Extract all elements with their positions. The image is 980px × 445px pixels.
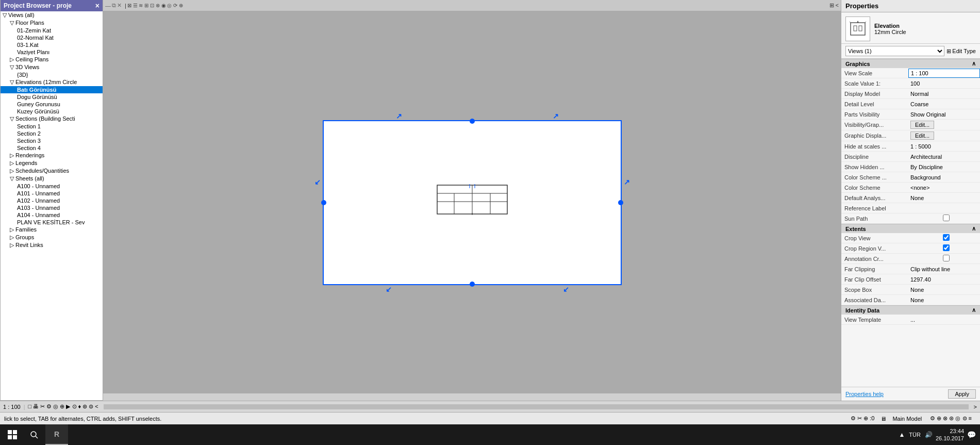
prop-checkbox[interactable] (912, 244, 980, 251)
tree-item[interactable]: ▽ 3D Views (1, 63, 103, 71)
prop-label: Associated Da... (841, 296, 908, 304)
tree-item[interactable]: 03-1.Kat (1, 41, 103, 48)
arrow-handle-top-left[interactable]: ↗ (396, 112, 402, 120)
tree-item[interactable]: Section 2 (1, 130, 103, 137)
tree-item[interactable]: Guney Gorunusu (1, 101, 103, 108)
props-row: Far ClippingClip without line (841, 264, 980, 274)
view-controls[interactable]: ⊠ ☰ ≋ ⊞ ⊡ ⊗ ◉ ◎ ⟳ ⊕ (127, 3, 183, 8)
tree-item[interactable]: ▷ Revit Links (1, 241, 103, 249)
prop-edit-button[interactable]: Edit... (910, 131, 934, 140)
toolbar-close-icon[interactable]: ✕ (117, 2, 122, 9)
tree-item[interactable]: {3D} (1, 71, 103, 78)
prop-checkbox[interactable] (912, 255, 980, 261)
handle-top-middle[interactable] (470, 119, 475, 124)
tree-item[interactable]: ▷ Renderings (1, 152, 103, 159)
prop-value[interactable] (908, 233, 980, 243)
prop-value[interactable] (908, 213, 980, 223)
props-section-header[interactable]: Graphics∧ (841, 59, 980, 68)
props-section-header[interactable]: Identity Data∧ (841, 305, 980, 315)
tree-item[interactable]: ▽ Floor Plans (1, 19, 103, 27)
prop-value[interactable] (908, 69, 980, 78)
viewport-canvas[interactable]: ↗ ↗ ↙ ↙ ↙ ↗ (103, 11, 841, 393)
arrow-handle-bottom-right[interactable]: ↙ (563, 285, 569, 293)
prop-label: Parts Visibility (841, 110, 908, 119)
prop-value: ... (908, 316, 980, 324)
edit-type-label: Edit Type (952, 48, 976, 54)
arrow-handle-top-right[interactable]: ↗ (553, 112, 559, 120)
tree-item[interactable]: ▽ Elevations (12mm Circle (1, 78, 103, 86)
right-icons[interactable]: ⚙ ⊕ ⊗ ⊛ ◎ ⊜ ≡ (930, 415, 972, 422)
toolbar-restore-icon[interactable]: ⧉ (112, 2, 116, 9)
taskbar-clock[interactable]: 23:44 26.10.2017 (936, 427, 964, 442)
tree-item[interactable]: ▽ Views (all) (1, 11, 103, 19)
tree-item[interactable]: 02-Normal Kat (1, 34, 103, 41)
tree-item[interactable]: Section 1 (1, 123, 103, 130)
tree-item[interactable]: A102 - Unnamed (1, 197, 103, 204)
taskbar-right: ▲ TÜR 🔊 23:44 26.10.2017 💬 (899, 427, 980, 442)
tree-item[interactable]: Vaziyet Planı (1, 48, 103, 56)
tree-item[interactable]: Section 4 (1, 144, 103, 152)
windows-icon (7, 430, 18, 440)
viewport-hscrollbar[interactable] (103, 393, 841, 401)
tree-item[interactable]: Kuzey Görünüsü (1, 108, 103, 115)
tree-item[interactable]: ▽ Sheets (all) (1, 175, 103, 183)
props-section-header[interactable]: Extents∧ (841, 224, 980, 233)
prop-input[interactable] (911, 70, 977, 76)
tree-item[interactable]: Section 3 (1, 137, 103, 144)
prop-label: Discipline (841, 153, 908, 161)
prop-value[interactable] (908, 254, 980, 263)
prop-label: Far Clipping (841, 265, 908, 273)
tree-item[interactable]: ▷ Families (1, 226, 103, 234)
apply-button[interactable]: Apply (948, 389, 976, 399)
search-button[interactable] (25, 424, 43, 445)
help-link[interactable]: Properties help (845, 391, 884, 397)
arrow-handle-left[interactable]: ↙ (314, 178, 321, 186)
tree-item[interactable]: PLAN VE KESİTLER - Sev (1, 219, 103, 226)
tree-item[interactable]: ▷ Legends (1, 159, 103, 167)
scale-icons[interactable]: □ 🖶 ✂ ⚙ ◎ ⊕ ▶ ⊙ ♦ ⊛ ⊜ < (28, 403, 98, 410)
tree-item[interactable]: Dogu Görünüsü (1, 93, 103, 101)
views-select[interactable]: Views (1) (845, 46, 944, 56)
arrow-handle-right[interactable]: ↗ (624, 178, 630, 186)
drawing-area: ↗ ↗ ↙ ↙ ↙ ↗ (323, 120, 622, 285)
tree-item[interactable]: Batı Görünüsü (1, 86, 103, 93)
handle-middle-right[interactable] (618, 200, 623, 205)
revit-taskbar-button[interactable]: R (45, 424, 68, 445)
prop-value: Background (908, 173, 980, 182)
tree-item[interactable]: A100 - Unnamed (1, 183, 103, 190)
handle-bottom-middle[interactable] (470, 282, 475, 287)
svg-rect-17 (8, 435, 12, 439)
model-icon: 🖥 (881, 416, 886, 422)
tree-item[interactable]: A104 - Unnamed (1, 211, 103, 219)
props-row: Color Scheme ...Background (841, 172, 980, 183)
tree-item[interactable]: ▷ Schedules/Quantities (1, 167, 103, 175)
browser-close-button[interactable]: × (95, 2, 99, 10)
prop-checkbox[interactable] (912, 215, 980, 221)
prop-value: None (908, 296, 980, 304)
tree-item[interactable]: 01-Zemin Kat (1, 27, 103, 34)
browser-title-label: Project Browser - proje (4, 2, 72, 9)
props-row: View Scale (841, 68, 980, 78)
scroll-right[interactable]: > (974, 404, 977, 410)
tree-item[interactable]: ▷ Groups (1, 234, 103, 241)
prop-value: By Discipline (908, 163, 980, 171)
prop-checkbox[interactable] (912, 234, 980, 241)
edit-type-button[interactable]: ⊞ Edit Type (946, 48, 976, 55)
status-area: 1 : 100 | □ 🖶 ✂ ⚙ ◎ ⊕ ▶ ⊙ ♦ ⊛ ⊜ < > lick… (0, 401, 980, 445)
tree-item[interactable]: ▷ Ceiling Plans (1, 56, 103, 63)
taskbar-notification-icon[interactable]: 💬 (967, 431, 976, 439)
toolbar-minimize-icon[interactable]: — (105, 3, 111, 9)
prop-value[interactable]: Edit... (908, 130, 980, 141)
prop-value[interactable]: Edit... (908, 120, 980, 130)
toolbar-right-controls[interactable]: ⊞ < (829, 2, 839, 9)
start-button[interactable] (2, 424, 23, 445)
hscrollbar[interactable] (104, 404, 969, 409)
tree-item[interactable]: A101 - Unnamed (1, 190, 103, 197)
tree-item[interactable]: ▽ Sections (Building Secti (1, 115, 103, 123)
prop-edit-button[interactable]: Edit... (910, 121, 934, 129)
scale-separator: | (24, 404, 25, 410)
arrow-handle-bottom-left[interactable]: ↙ (386, 285, 392, 293)
prop-value[interactable] (908, 243, 980, 253)
handle-middle-left[interactable] (321, 200, 326, 205)
tree-item[interactable]: A103 - Unnamed (1, 204, 103, 211)
